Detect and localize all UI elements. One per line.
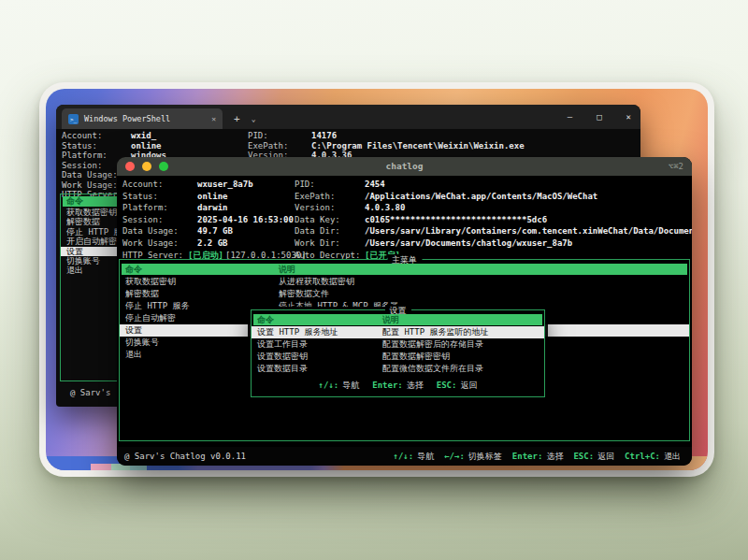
- info-row: Session: 2025-04-16 16:53:00 Data Key: c…: [117, 214, 692, 226]
- info-row: Platform: darwin Version: 4.0.3.80: [117, 202, 692, 214]
- menu-item-cmd: 停止 HTTP 服务: [125, 300, 190, 312]
- menu-item-cmd: 退出: [125, 349, 142, 361]
- powershell-icon: >_: [68, 114, 79, 124]
- info-value: /Applications/WeChat.app/Contents/MacOS/…: [365, 191, 597, 203]
- popup-item-selected[interactable]: 设置 HTTP 服务地址 配置 HTTP 服务监听的地址: [252, 326, 544, 338]
- minimize-button[interactable]: –: [568, 112, 572, 122]
- info-label: Session:: [122, 214, 163, 226]
- info-label: ExePath:: [248, 141, 288, 151]
- menu-item-cmd: 获取数据密钥: [125, 276, 176, 288]
- powershell-titlebar: >_ Windows PowerShell ✕ + ⌄ – □ ✕: [56, 105, 640, 129]
- menu-item-cmd: 停止自动解密: [125, 312, 176, 324]
- close-button[interactable]: ✕: [626, 112, 631, 122]
- tab-windows-powershell[interactable]: >_ Windows PowerShell ✕: [62, 108, 223, 129]
- hint-label: 导航: [417, 452, 434, 461]
- info-value: 2.2 GB: [197, 237, 228, 250]
- wallpaper-chip: [91, 464, 111, 470]
- window-shortcut-badge: ⌥⌘2: [669, 157, 683, 176]
- hint-key: ↑/↓:: [393, 452, 413, 461]
- menu-item[interactable]: 获取数据密钥 从进程获取数据密钥: [120, 276, 689, 288]
- info-label: Session:: [62, 161, 102, 171]
- popup-hint-bar: ↑/↓:导航 Enter:选择 ESC:返回: [252, 380, 544, 392]
- info-row: Data Usage: 49.7 GB Data Dir: /Users/sar…: [117, 225, 692, 237]
- info-value: darwin: [197, 202, 228, 214]
- popup-item-desc: 配置 HTTP 服务监听的地址: [382, 326, 489, 338]
- chatlog-info: Account: wxuser_8a7b PID: 2454 Status: o…: [117, 176, 692, 261]
- info-value: C:\Program Files\Tencent\Weixin\Weixin.e…: [311, 141, 525, 151]
- info-value: wxuser_8a7b: [197, 179, 253, 191]
- hint: Ctrl+C:退出: [625, 451, 681, 463]
- info-label: Data Usage:: [122, 225, 179, 237]
- hint-label: 导航: [342, 381, 359, 390]
- chatlog-terminal: Account: wxuser_8a7b PID: 2454 Status: o…: [117, 176, 692, 466]
- info-label: Platform:: [62, 151, 108, 161]
- menu-item[interactable]: 解密数据 解密数据文件: [120, 288, 689, 300]
- hint-label: 切换标签: [468, 452, 502, 461]
- tab-dropdown-icon[interactable]: ⌄: [252, 115, 256, 123]
- menu-header-cmd: 命令: [66, 196, 83, 207]
- popup-item-cmd: 设置数据密钥: [257, 351, 308, 363]
- info-label: Account:: [122, 179, 163, 191]
- info-value: /Users/sarv/Documents/chatlog/wxuser_8a7…: [365, 237, 572, 250]
- hint: ESC:返回: [573, 451, 614, 463]
- popup-item[interactable]: 设置工作目录 配置数据解密后的存储目录: [252, 338, 544, 351]
- new-tab-button[interactable]: +: [234, 113, 240, 125]
- popup-header-desc: 说明: [382, 314, 399, 325]
- chatlog-titlebar: chatlog ⌥⌘2: [117, 157, 692, 176]
- chatlog-window: chatlog ⌥⌘2 Account: wxuser_8a7b PID: 24…: [117, 157, 692, 466]
- popup-item[interactable]: 设置数据密钥 配置数据解密密钥: [252, 351, 544, 363]
- popup-item-desc: 配置数据解密后的存储目录: [382, 338, 483, 351]
- hint-key: ESC:: [437, 381, 457, 390]
- info-value: /Users/sarv/Library/Containers/com.tence…: [365, 225, 692, 237]
- settings-popup: 设置 命令 说明 设置 HTTP 服务地址 配置 HTTP 服务监听的地址 设置…: [251, 309, 545, 397]
- info-row: Work Usage: 2.2 GB Work Dir: /Users/sarv…: [117, 237, 692, 250]
- info-label: Status:: [122, 191, 158, 203]
- maximize-button[interactable]: □: [597, 112, 601, 122]
- info-label: ExePath:: [295, 191, 335, 203]
- info-row: Account: wxid_ PID: 14176: [56, 131, 640, 141]
- popup-item[interactable]: 设置数据目录 配置微信数据文件所在目录: [252, 363, 544, 375]
- tab-title: Windows PowerShell: [84, 114, 170, 123]
- hint-key: Enter:: [372, 381, 403, 390]
- tab-close-icon[interactable]: ✕: [211, 115, 216, 123]
- info-label: PID:: [295, 179, 315, 191]
- menu-item-cmd: 设置: [125, 324, 142, 337]
- hint-label: 返回: [597, 452, 614, 461]
- popup-item-cmd: 设置数据目录: [257, 363, 308, 375]
- info-value: 4.0.3.80: [365, 202, 405, 214]
- info-value: 2454: [365, 179, 385, 191]
- popup-item-cmd: 设置工作目录: [257, 338, 308, 351]
- app-version-text: @ Sarv's Chatlog v0.0.11: [124, 447, 246, 466]
- info-value: wxid_: [131, 131, 156, 141]
- menu-header-cmd: 命令: [125, 264, 142, 275]
- menu-header: 命令 说明: [122, 264, 687, 275]
- hint: ↑/↓:导航: [393, 451, 434, 463]
- hint: ↑/↓:导航: [319, 380, 360, 392]
- info-value: 14176: [311, 131, 337, 141]
- hint-key: ↑/↓:: [319, 381, 339, 390]
- info-label: Data Usage:: [62, 170, 118, 180]
- info-value: 49.7 GB: [197, 225, 233, 237]
- hint-label: 退出: [664, 452, 681, 461]
- info-row: Status: online ExePath: C:\Program Files…: [56, 141, 640, 151]
- popup-header: 命令 说明: [253, 314, 542, 325]
- info-value: online: [197, 191, 228, 203]
- popup-item-cmd: 设置 HTTP 服务地址: [257, 326, 338, 338]
- menu-item-cmd: 切换账号: [125, 337, 159, 349]
- info-value: online: [131, 141, 162, 151]
- info-row: Status: online ExePath: /Applications/We…: [117, 191, 692, 203]
- menu-item-desc: 从进程获取数据密钥: [279, 276, 354, 288]
- info-label: Work Dir:: [295, 237, 340, 250]
- hint: Enter:选择: [372, 380, 424, 392]
- hint-label: 返回: [460, 381, 477, 390]
- hint-label: 选择: [407, 381, 424, 390]
- info-value: c0165***************************5dc6: [365, 214, 547, 226]
- hint: Enter:选择: [512, 451, 564, 463]
- info-label: PID:: [248, 131, 268, 141]
- info-label: Work Usage:: [122, 237, 179, 250]
- info-label: Account:: [62, 131, 102, 141]
- hint-key: Enter:: [512, 452, 543, 461]
- hint-key: ESC:: [573, 452, 594, 461]
- window-controls: – □ ✕: [568, 105, 631, 129]
- hint-key: ←/→:: [444, 452, 465, 461]
